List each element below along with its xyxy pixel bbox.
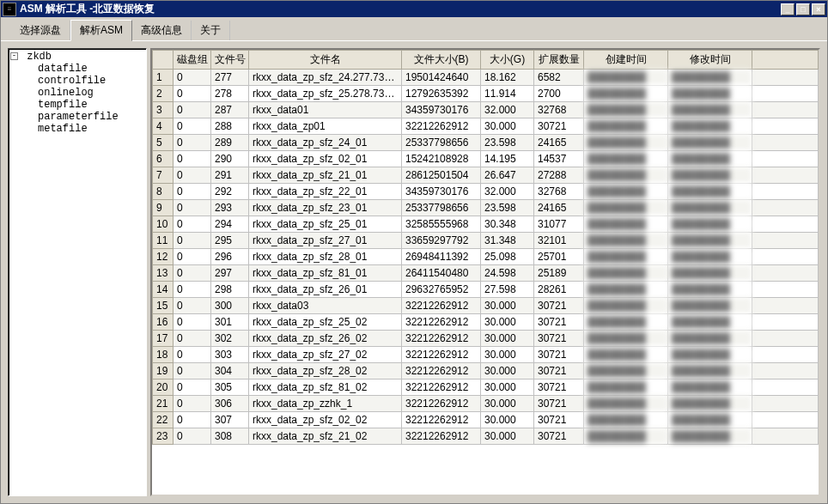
table-row[interactable]: 140298rkxx_data_zp_sfz_26_01296327659522… — [153, 282, 819, 298]
tree-item-controlfile[interactable]: controlfile — [38, 75, 144, 87]
cell-size-bytes: 32212262912 — [402, 428, 481, 445]
cell-filename: rkxx_data01 — [249, 102, 402, 118]
cell-size-gb: 26.647 — [481, 167, 534, 184]
table-row[interactable]: 150300rkxx_data033221226291230.00030721█… — [153, 298, 819, 314]
table-row[interactable]: 230308rkxx_data_zp_sfz_21_02322122629123… — [153, 428, 819, 445]
tree-root-label[interactable]: zkdb — [27, 51, 52, 63]
tree-item-parameterfile[interactable]: parameterfile — [38, 111, 144, 123]
tree-root-node[interactable]: - zkdb datafile controlfile onlinelog te… — [10, 51, 144, 135]
table-row[interactable]: 160301rkxx_data_zp_sfz_25_02322122629123… — [153, 314, 819, 331]
cell-size-gb: 25.098 — [481, 249, 534, 265]
cell-modify-time: ████████ — [668, 233, 752, 249]
col-header-rownum[interactable] — [153, 51, 174, 70]
cell-filename: rkxx_data_zp_sfz_22_01 — [249, 184, 402, 200]
tree-item-metafile[interactable]: metafile — [38, 123, 144, 135]
col-header-diskgroup[interactable]: 磁盘组 — [174, 51, 211, 70]
table-row[interactable]: 50289rkxx_data_zp_sfz_24_012533779865623… — [153, 135, 819, 151]
minimize-button[interactable]: _ — [781, 3, 795, 15]
table-row[interactable]: 130297rkxx_data_zp_sfz_81_01264115404802… — [153, 265, 819, 282]
table-row[interactable]: 110295rkxx_data_zp_sfz_27_01336592977923… — [153, 233, 819, 249]
cell-create-time: ████████ — [584, 102, 668, 118]
cell-extents: 24165 — [534, 200, 584, 216]
table-row[interactable]: 210306rkxx_data_zp_zzhk_13221226291230.0… — [153, 396, 819, 412]
cell-modify-time: ████████ — [668, 167, 752, 184]
row-number: 21 — [153, 396, 174, 412]
tree-item-datafile[interactable]: datafile — [38, 63, 144, 75]
cell-extents: 30721 — [534, 396, 584, 412]
row-number: 2 — [153, 86, 174, 102]
cell-spacer — [752, 86, 819, 102]
maximize-button[interactable]: □ — [796, 3, 810, 15]
cell-diskgroup: 0 — [174, 331, 211, 347]
tree-collapse-icon[interactable]: - — [10, 52, 18, 60]
col-header-extents[interactable]: 扩展数量 — [534, 51, 584, 70]
cell-size-bytes: 32212262912 — [402, 363, 481, 380]
cell-size-gb: 23.598 — [481, 200, 534, 216]
table-row[interactable]: 120296rkxx_data_zp_sfz_28_01269484113922… — [153, 249, 819, 265]
cell-modify-time: ████████ — [668, 184, 752, 200]
cell-create-time: ████████ — [584, 184, 668, 200]
col-header-fileno[interactable]: 文件号 — [211, 51, 249, 70]
close-button[interactable]: × — [812, 3, 825, 15]
cell-create-time: ████████ — [584, 282, 668, 298]
table-row[interactable]: 60290rkxx_data_zp_sfz_02_011524210892814… — [153, 151, 819, 167]
cell-create-time: ████████ — [584, 347, 668, 363]
cell-diskgroup: 0 — [174, 249, 211, 265]
cell-modify-time: ████████ — [668, 314, 752, 331]
table-row[interactable]: 180303rkxx_data_zp_sfz_27_02322122629123… — [153, 347, 819, 363]
cell-size-gb: 11.914 — [481, 86, 534, 102]
col-header-modify-time[interactable]: 修改时间 — [668, 51, 752, 70]
grid-panel[interactable]: 磁盘组 文件号 文件名 文件大小(B) 大小(G) 扩展数量 创建时间 修改时间… — [150, 48, 820, 496]
cell-modify-time: ████████ — [668, 298, 752, 314]
cell-spacer — [752, 314, 819, 331]
cell-size-bytes: 32585555968 — [402, 216, 481, 233]
cell-spacer — [752, 167, 819, 184]
table-row[interactable]: 10277rkxx_data_zp_sfz_24.277.73…19501424… — [153, 70, 819, 86]
table-row[interactable]: 100294rkxx_data_zp_sfz_25_01325855559683… — [153, 216, 819, 233]
tree-item-tempfile[interactable]: tempfile — [38, 99, 144, 111]
cell-modify-time: ████████ — [668, 200, 752, 216]
table-row[interactable]: 220307rkxx_data_zp_sfz_02_02322122629123… — [153, 412, 819, 428]
cell-fileno: 303 — [211, 347, 249, 363]
table-row[interactable]: 190304rkxx_data_zp_sfz_28_02322122629123… — [153, 363, 819, 380]
cell-extents: 28261 — [534, 282, 584, 298]
col-header-size-gb[interactable]: 大小(G) — [481, 51, 534, 70]
table-row[interactable]: 90293rkxx_data_zp_sfz_23_012533779865623… — [153, 200, 819, 216]
col-header-filename[interactable]: 文件名 — [249, 51, 402, 70]
tab-parse-asm[interactable]: 解析ASM — [70, 20, 132, 41]
cell-spacer — [752, 135, 819, 151]
tab-select-source[interactable]: 选择源盘 — [11, 21, 70, 40]
row-number: 6 — [153, 151, 174, 167]
cell-spacer — [752, 118, 819, 135]
cell-size-bytes: 32212262912 — [402, 412, 481, 428]
cell-filename: rkxx_data_zp_sfz_81_02 — [249, 380, 402, 396]
table-row[interactable]: 70291rkxx_data_zp_sfz_21_012861250150426… — [153, 167, 819, 184]
cell-filename: rkxx_data_zp_sfz_81_01 — [249, 265, 402, 282]
cell-filename: rkxx_data_zp_sfz_25_02 — [249, 314, 402, 331]
cell-extents: 30721 — [534, 347, 584, 363]
cell-fileno: 294 — [211, 216, 249, 233]
cell-size-gb: 31.348 — [481, 233, 534, 249]
row-number: 4 — [153, 118, 174, 135]
tab-advanced-info[interactable]: 高级信息 — [132, 21, 192, 40]
cell-spacer — [752, 396, 819, 412]
table-row[interactable]: 170302rkxx_data_zp_sfz_26_02322122629123… — [153, 331, 819, 347]
cell-diskgroup: 0 — [174, 428, 211, 445]
col-header-size-bytes[interactable]: 文件大小(B) — [402, 51, 481, 70]
cell-diskgroup: 0 — [174, 282, 211, 298]
cell-modify-time: ████████ — [668, 151, 752, 167]
table-row[interactable]: 40288rkxx_data_zp013221226291230.0003072… — [153, 118, 819, 135]
tree-panel[interactable]: - zkdb datafile controlfile onlinelog te… — [8, 48, 147, 496]
tab-about[interactable]: 关于 — [192, 21, 230, 40]
cell-size-bytes: 32212262912 — [402, 380, 481, 396]
table-row[interactable]: 20278rkxx_data_zp_sfz_25.278.73…12792635… — [153, 86, 819, 102]
table-row[interactable]: 200305rkxx_data_zp_sfz_81_02322122629123… — [153, 380, 819, 396]
table-row[interactable]: 30287rkxx_data013435973017632.00032768██… — [153, 102, 819, 118]
col-header-create-time[interactable]: 创建时间 — [584, 51, 668, 70]
tree-item-onlinelog[interactable]: onlinelog — [38, 87, 144, 99]
cell-modify-time: ████████ — [668, 282, 752, 298]
cell-create-time: ████████ — [584, 331, 668, 347]
cell-create-time: ████████ — [584, 135, 668, 151]
cell-modify-time: ████████ — [668, 135, 752, 151]
table-row[interactable]: 80292rkxx_data_zp_sfz_22_013435973017632… — [153, 184, 819, 200]
